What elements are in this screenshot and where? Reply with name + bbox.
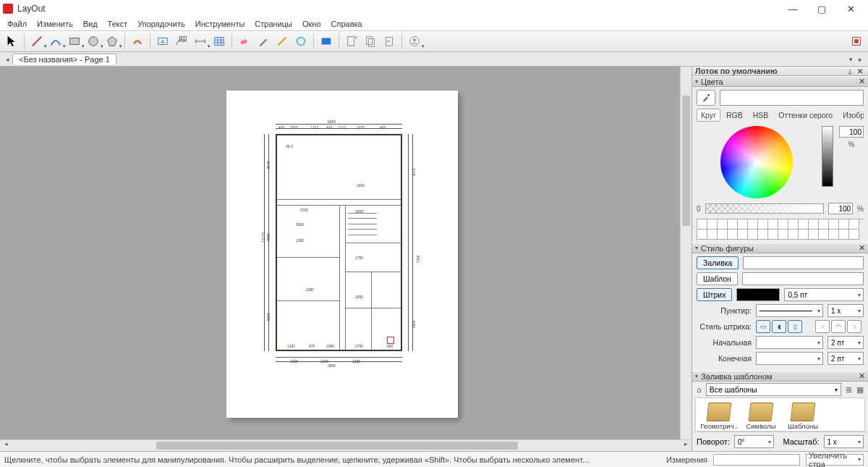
- pattern-folder-site[interactable]: Шаблонысайта: [784, 403, 822, 432]
- split-tool[interactable]: [273, 33, 291, 50]
- dim-label: 1325: [352, 359, 360, 363]
- tab-left-icon[interactable]: ◂: [3, 56, 12, 63]
- pattern-toggle[interactable]: Шаблон: [697, 272, 738, 285]
- join-bevel[interactable]: ⟍: [847, 320, 861, 333]
- panel-close-icon[interactable]: ✕: [859, 243, 865, 253]
- view-grid-icon[interactable]: ▦: [856, 385, 864, 395]
- pattern-folder-geom[interactable]: Геометрич..плитки: [700, 403, 738, 432]
- scale-combo[interactable]: 1 x: [824, 435, 864, 448]
- dim-label: 2000: [355, 209, 363, 214]
- measurements-input[interactable]: [713, 454, 800, 466]
- cap-round[interactable]: ◖: [772, 320, 786, 333]
- horizontal-scrollbar[interactable]: ◂ ▸: [0, 439, 692, 451]
- rotation-combo[interactable]: 0°: [734, 435, 774, 448]
- label-tool[interactable]: A1: [173, 33, 190, 50]
- menu-edit[interactable]: Изменить: [33, 18, 77, 30]
- value-input[interactable]: [839, 126, 864, 138]
- select-tool[interactable]: [3, 33, 20, 50]
- panel-close-icon[interactable]: ✕: [859, 371, 865, 381]
- start-arrow-combo[interactable]: [756, 336, 823, 349]
- present-button[interactable]: [318, 33, 335, 50]
- end-arrow-combo[interactable]: [756, 352, 823, 365]
- rect-tool[interactable]: [66, 33, 83, 50]
- arc-tool[interactable]: [47, 33, 64, 50]
- color-tab-rgb[interactable]: RGB: [722, 109, 747, 122]
- stroke-toggle[interactable]: Штрих: [697, 288, 732, 301]
- maximize-button[interactable]: ▢: [807, 0, 836, 17]
- vertical-scrollbar[interactable]: [680, 67, 692, 439]
- end-arrow-size[interactable]: 2 пт: [827, 352, 864, 365]
- text-tool[interactable]: A: [154, 33, 171, 50]
- menu-arrange[interactable]: Упорядочить: [133, 18, 189, 30]
- prev-page-button[interactable]: [380, 33, 398, 50]
- menu-help[interactable]: Справка: [327, 18, 367, 30]
- svg-text:A1: A1: [181, 37, 186, 41]
- dim-label: 420: [326, 125, 332, 130]
- pattern-folder-materials[interactable]: Символыматериалов: [742, 403, 780, 432]
- canvas[interactable]: 6450 420 1975 1112 420 1112 1975 420 121…: [0, 67, 692, 439]
- minimize-button[interactable]: —: [778, 0, 807, 17]
- view-list-icon[interactable]: ≣: [846, 385, 852, 395]
- join-round[interactable]: ◠: [831, 320, 846, 333]
- color-tab-gray[interactable]: Оттенки серого: [774, 109, 837, 122]
- eraser-tool[interactable]: [236, 33, 253, 50]
- duplicate-page-button[interactable]: [362, 33, 379, 50]
- tray-close-icon[interactable]: ✕: [855, 67, 865, 75]
- color-swatches[interactable]: [697, 219, 864, 240]
- line-tool[interactable]: [28, 33, 46, 50]
- value-slider[interactable]: [822, 126, 833, 187]
- alpha-input[interactable]: [828, 203, 853, 214]
- close-button[interactable]: ✕: [836, 0, 865, 17]
- panel-shape-header[interactable]: ▾ Стиль фигуры ✕: [692, 243, 868, 253]
- alpha-slider[interactable]: [705, 203, 825, 214]
- user-button[interactable]: [406, 33, 423, 50]
- cap-square[interactable]: ▯: [788, 320, 802, 333]
- stroke-width-combo[interactable]: 0,5 пт: [784, 288, 864, 301]
- fill-swatch[interactable]: [743, 256, 864, 269]
- tab-right-icon[interactable]: ▸: [856, 56, 865, 63]
- color-tab-wheel[interactable]: Круг: [697, 109, 720, 122]
- pattern-swatch[interactable]: [742, 272, 864, 285]
- join-miter[interactable]: ⟋: [815, 320, 830, 333]
- add-page-button[interactable]: +: [343, 33, 360, 50]
- start-arrow-size[interactable]: 2 пт: [827, 336, 864, 349]
- stroke-swatch[interactable]: [736, 288, 780, 301]
- extension-button[interactable]: [848, 33, 865, 50]
- menu-text[interactable]: Текст: [103, 18, 132, 30]
- dim-label: 12175: [261, 232, 265, 243]
- join-tool[interactable]: [292, 33, 310, 50]
- dash-combo[interactable]: [756, 304, 823, 317]
- table-tool[interactable]: [210, 33, 228, 50]
- document-page[interactable]: 6450 420 1975 1112 420 1112 1975 420 121…: [226, 91, 458, 418]
- menu-file[interactable]: Файл: [3, 18, 31, 30]
- panel-close-icon[interactable]: ✕: [859, 77, 865, 86]
- panel-colors-header[interactable]: ▾ Цвета ✕: [692, 76, 868, 87]
- zoom-combo[interactable]: Увеличить стра: [806, 454, 864, 466]
- pattern-folder-combo[interactable]: Все шаблоны▾: [706, 383, 841, 396]
- panel-pattern-header[interactable]: ▾ Заливка шаблоном ✕: [692, 371, 868, 382]
- tray-pin-icon[interactable]: ⟂: [845, 67, 855, 75]
- menu-view[interactable]: Вид: [79, 18, 102, 30]
- style-picker-tool[interactable]: [255, 33, 272, 50]
- dim-label: 1090: [326, 344, 334, 348]
- fill-toggle[interactable]: Заливка: [697, 256, 739, 269]
- color-tab-hsb[interactable]: HSB: [749, 109, 773, 122]
- offset-tool[interactable]: [129, 33, 146, 50]
- circle-tool[interactable]: [85, 33, 102, 50]
- menu-pages[interactable]: Страницы: [250, 18, 297, 30]
- menu-tools[interactable]: Инструменты: [191, 18, 250, 30]
- menu-window[interactable]: Окно: [298, 18, 326, 30]
- polygon-tool[interactable]: [103, 33, 121, 50]
- dimension-tool[interactable]: [192, 33, 209, 50]
- page-tab[interactable]: <Без названия> - Page 1: [12, 54, 116, 64]
- tab-menu-icon[interactable]: ▾: [846, 56, 856, 63]
- color-tab-image[interactable]: Изобр.: [838, 109, 864, 122]
- dash-label: Пунктир:: [697, 306, 752, 315]
- eyedropper-button[interactable]: [697, 90, 715, 106]
- color-wheel[interactable]: [720, 126, 793, 198]
- dash-scale-combo[interactable]: 1 x: [827, 304, 864, 317]
- current-color-swatch[interactable]: [720, 90, 864, 106]
- sep: [401, 33, 402, 49]
- cap-flat[interactable]: ▭: [756, 320, 770, 333]
- pattern-home-icon[interactable]: ⌂: [697, 385, 702, 394]
